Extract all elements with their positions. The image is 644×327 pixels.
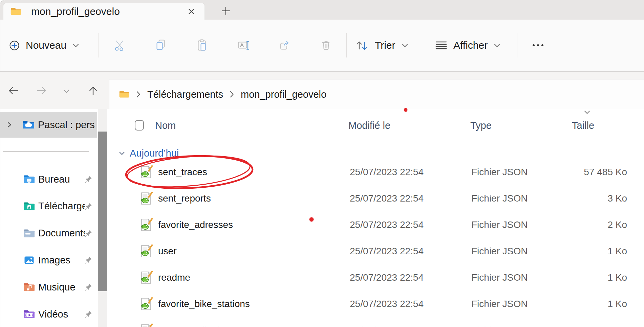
file-type: Fichier JSON: [471, 325, 528, 327]
file-modified-date: 25/07/2023 22:54: [350, 193, 424, 204]
paste-icon[interactable]: [196, 39, 209, 52]
videos-folder-icon: [23, 308, 35, 320]
file-name: favorite_adresses: [158, 219, 233, 230]
chevron-down-icon: [401, 41, 409, 49]
toolbar-divider: [346, 33, 347, 57]
json-file-icon: [138, 270, 153, 285]
delete-icon[interactable]: [320, 39, 333, 52]
column-header-type[interactable]: Type: [470, 115, 492, 136]
sidebar-item-label: Vidéos: [38, 309, 68, 320]
file-row-sent_reports[interactable]: sent_reports 25/07/2023 22:54 Fichier JS…: [130, 185, 637, 212]
view-button[interactable]: Afficher: [434, 20, 501, 71]
file-size: 2 Ko: [607, 219, 627, 230]
pin-icon: [84, 256, 92, 264]
sidebar-item-bureau[interactable]: Bureau: [0, 169, 97, 189]
file-type: Fichier JSON: [471, 167, 528, 178]
copy-icon[interactable]: [155, 39, 168, 52]
file-row-favorite_adresses[interactable]: favorite_adresses 25/07/2023 22:54 Fichi…: [130, 212, 637, 238]
file-row-readme[interactable]: readme 25/07/2023 22:54 Fichier JSON 1 K…: [130, 264, 637, 291]
file-modified-date: 25/07/2023 22:54: [350, 272, 424, 283]
file-row-favorite_bike_stations[interactable]: favorite_bike_stations 25/07/2023 22:54 …: [130, 291, 637, 317]
documents-folder-icon: [23, 227, 35, 239]
file-size: 1 Ko: [607, 325, 627, 327]
sort-descending-chevron-icon[interactable]: [583, 110, 591, 115]
back-arrow-icon[interactable]: [7, 84, 20, 97]
plus-icon: [220, 5, 231, 16]
file-explorer-window: mon_profil_geovelo Nouveau: [0, 0, 644, 327]
rename-icon[interactable]: [237, 39, 250, 52]
downloads-folder-icon: [23, 200, 35, 212]
sidebar-item-images[interactable]: Images: [0, 250, 97, 270]
pin-icon: [84, 229, 92, 238]
sidebar: Pascal : perso Bureau Téléchargements Do…: [0, 109, 109, 327]
file-type: Fichier JSON: [471, 299, 528, 309]
chevron-down-icon: [493, 41, 501, 49]
json-file-icon: [138, 244, 153, 259]
sidebar-item-label: Musique: [38, 282, 76, 293]
sidebar-item-label: Bureau: [38, 174, 70, 185]
music-folder-icon: [23, 281, 35, 293]
address-bar[interactable]: Téléchargements mon_profil_geovelo: [109, 79, 644, 109]
file-name: user: [158, 246, 176, 257]
folder-icon: [119, 89, 130, 100]
file-modified-date: 25/07/2023 22:54: [350, 299, 424, 309]
sidebar-item-onedrive[interactable]: Pascal : perso: [0, 112, 97, 138]
file-row-sent_traces[interactable]: sent_traces 25/07/2023 22:54 Fichier JSO…: [130, 159, 637, 185]
sidebar-item-videos[interactable]: Vidéos: [0, 304, 97, 324]
json-file-icon: [138, 191, 153, 206]
column-header-nom[interactable]: Nom: [155, 115, 176, 136]
json-file-icon: [138, 323, 153, 327]
group-label: Aujourd’hui: [130, 148, 179, 159]
new-button-label: Nouveau: [26, 40, 66, 51]
sidebar-item-musique[interactable]: Musique: [0, 277, 97, 297]
close-icon[interactable]: [187, 7, 196, 16]
file-size: 1 Ko: [607, 299, 627, 309]
forward-arrow-icon[interactable]: [35, 84, 48, 97]
toolbar-divider: [99, 33, 99, 57]
file-name: sent_reports: [158, 193, 211, 204]
pictures-icon: [23, 254, 35, 266]
view-button-label: Afficher: [453, 40, 488, 51]
json-file-icon: [138, 217, 153, 232]
clipboard-tools: [113, 20, 333, 71]
column-header-taille[interactable]: Taille: [572, 115, 594, 136]
breadcrumb-item[interactable]: mon_profil_geovelo: [241, 89, 326, 100]
json-file-icon: [138, 297, 153, 311]
chevron-right-icon[interactable]: [6, 121, 13, 129]
tab-title: mon_profil_geovelo: [31, 6, 187, 17]
main-area: Pascal : perso Bureau Téléchargements Do…: [0, 109, 644, 327]
folder-icon: [10, 6, 22, 17]
sidebar-item-label: Pascal : perso: [38, 119, 95, 131]
sidebar-item-documents[interactable]: Documents: [0, 223, 97, 243]
more-options-button[interactable]: [527, 20, 549, 71]
file-row-sent_contributions[interactable]: sent_contributions 25/07/2023 22:54 Fich…: [130, 317, 637, 327]
file-size: 57 485 Ko: [584, 167, 627, 178]
file-name: sent_traces: [158, 167, 207, 178]
cut-icon[interactable]: [113, 39, 126, 52]
sidebar-item-label: Documents: [38, 228, 85, 239]
up-arrow-icon[interactable]: [87, 84, 100, 97]
file-size: 3 Ko: [607, 193, 627, 204]
column-header-modifie[interactable]: Modifié le: [348, 115, 390, 136]
new-button[interactable]: Nouveau: [8, 20, 80, 71]
select-all-checkbox[interactable]: [135, 120, 144, 131]
desktop-folder-icon: [23, 173, 35, 185]
sidebar-item-label: Téléchargements: [38, 201, 85, 212]
sidebar-scrollbar-thumb[interactable]: [98, 132, 107, 291]
recent-chevron-icon[interactable]: [62, 87, 75, 100]
chevron-down-icon[interactable]: [118, 149, 126, 157]
file-row-user[interactable]: user 25/07/2023 22:54 Fichier JSON 1 Ko: [130, 238, 637, 264]
file-size: 1 Ko: [607, 272, 627, 283]
file-type: Fichier JSON: [471, 246, 528, 257]
file-modified-date: 25/07/2023 22:54: [350, 246, 424, 257]
group-header[interactable]: Aujourd’hui: [118, 146, 179, 160]
sort-button[interactable]: Trier: [355, 20, 409, 71]
circle-plus-icon: [8, 40, 20, 51]
breadcrumb-item[interactable]: Téléchargements: [147, 89, 223, 100]
new-tab-button[interactable]: [219, 4, 233, 17]
active-tab[interactable]: mon_profil_geovelo: [3, 3, 205, 20]
sidebar-divider: [3, 151, 89, 152]
share-icon[interactable]: [279, 39, 292, 52]
file-size: 1 Ko: [607, 246, 627, 257]
sidebar-item-telechargements[interactable]: Téléchargements: [0, 196, 97, 216]
